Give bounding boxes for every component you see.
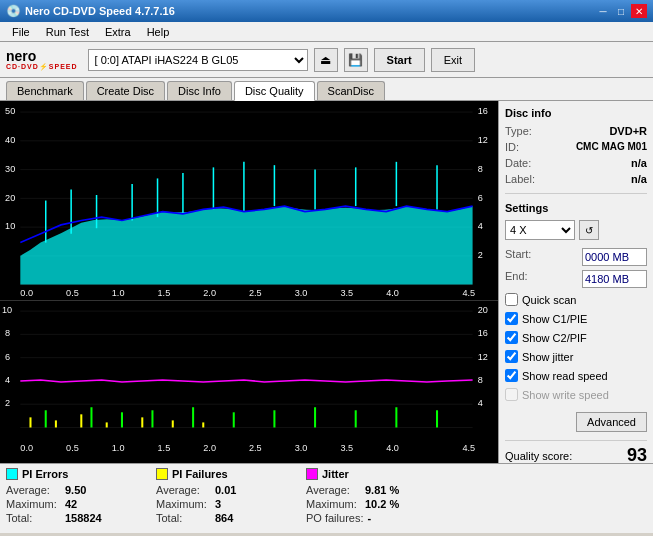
svg-text:16: 16 <box>478 105 488 116</box>
jitter-avg: Average: 9.81 % <box>306 484 436 496</box>
disc-id-row: ID: CMC MAG M01 <box>505 141 647 153</box>
close-button[interactable]: ✕ <box>631 4 647 18</box>
svg-text:0.0: 0.0 <box>20 286 33 297</box>
pi-failures-max-value: 3 <box>215 498 221 510</box>
menu-file[interactable]: File <box>4 24 38 40</box>
speed-row: 4 X 8 X 16 X Max ↺ <box>505 220 647 240</box>
exit-button[interactable]: Exit <box>431 48 475 72</box>
pi-failures-avg: Average: 0.01 <box>156 484 286 496</box>
show-jitter-checkbox[interactable] <box>505 350 518 363</box>
tab-scan-disc[interactable]: ScanDisc <box>317 81 385 100</box>
refresh-button[interactable]: ↺ <box>579 220 599 240</box>
show-write-speed-checkbox <box>505 388 518 401</box>
save-icon-button[interactable]: 💾 <box>344 48 368 72</box>
svg-text:6: 6 <box>5 352 10 362</box>
pi-failures-total: Total: 864 <box>156 512 286 524</box>
svg-text:1.0: 1.0 <box>112 286 125 297</box>
drive-selector[interactable]: [ 0:0] ATAPI iHAS224 B GL05 <box>88 49 308 71</box>
svg-text:20: 20 <box>478 305 488 315</box>
jitter-po: PO failures: - <box>306 512 436 524</box>
stats-bar: PI Errors Average: 9.50 Maximum: 42 Tota… <box>0 463 653 533</box>
pi-errors-header: PI Errors <box>6 468 136 480</box>
disc-type-label: Type: <box>505 125 532 137</box>
svg-text:3.0: 3.0 <box>295 443 308 453</box>
start-mb-field[interactable] <box>582 248 647 266</box>
disc-date-row: Date: n/a <box>505 157 647 169</box>
svg-text:10: 10 <box>5 220 15 231</box>
show-write-speed-row: Show write speed <box>505 388 647 401</box>
quick-scan-row: Quick scan <box>505 293 647 306</box>
pi-failures-stats: PI Failures Average: 0.01 Maximum: 3 Tot… <box>156 468 286 524</box>
svg-text:16: 16 <box>478 329 488 339</box>
tab-disc-info[interactable]: Disc Info <box>167 81 232 100</box>
settings-title: Settings <box>505 202 647 214</box>
svg-text:3.5: 3.5 <box>340 443 353 453</box>
svg-text:6: 6 <box>478 191 483 202</box>
tab-disc-quality[interactable]: Disc Quality <box>234 81 315 101</box>
disc-date-value: n/a <box>631 157 647 169</box>
pi-failures-color <box>156 468 168 480</box>
svg-text:1.5: 1.5 <box>158 443 171 453</box>
pi-failures-avg-label: Average: <box>156 484 211 496</box>
tabs-bar: Benchmark Create Disc Disc Info Disc Qua… <box>0 78 653 101</box>
svg-text:8: 8 <box>478 162 483 173</box>
jitter-po-value: - <box>367 512 371 524</box>
start-mb-label: Start: <box>505 248 531 266</box>
show-read-speed-checkbox[interactable] <box>505 369 518 382</box>
show-c2-row: Show C2/PIF <box>505 331 647 344</box>
right-panel: Disc info Type: DVD+R ID: CMC MAG M01 Da… <box>498 101 653 463</box>
disc-date-label: Date: <box>505 157 531 169</box>
svg-text:10: 10 <box>2 305 12 315</box>
pi-errors-avg-value: 9.50 <box>65 484 86 496</box>
pi-errors-avg-label: Average: <box>6 484 61 496</box>
start-button[interactable]: Start <box>374 48 425 72</box>
menu-bar: File Run Test Extra Help <box>0 22 653 42</box>
pi-errors-color <box>6 468 18 480</box>
svg-text:4.0: 4.0 <box>386 443 399 453</box>
pi-failures-avg-value: 0.01 <box>215 484 236 496</box>
tab-create-disc[interactable]: Create Disc <box>86 81 165 100</box>
svg-text:4.0: 4.0 <box>386 286 399 297</box>
jitter-max-label: Maximum: <box>306 498 361 510</box>
show-read-speed-label: Show read speed <box>522 370 608 382</box>
minimize-button[interactable]: ─ <box>595 4 611 18</box>
show-jitter-label: Show jitter <box>522 351 573 363</box>
svg-text:8: 8 <box>478 375 483 385</box>
menu-run-test[interactable]: Run Test <box>38 24 97 40</box>
svg-text:2.5: 2.5 <box>249 443 262 453</box>
maximize-button[interactable]: □ <box>613 4 629 18</box>
window-title: Nero CD-DVD Speed 4.7.7.16 <box>25 5 175 17</box>
nero-logo-top: nero <box>6 49 36 63</box>
pi-errors-total-value: 158824 <box>65 512 102 524</box>
jitter-stats: Jitter Average: 9.81 % Maximum: 10.2 % P… <box>306 468 436 524</box>
quick-scan-checkbox[interactable] <box>505 293 518 306</box>
svg-text:1.0: 1.0 <box>112 443 125 453</box>
end-mb-field[interactable] <box>582 270 647 288</box>
advanced-button[interactable]: Advanced <box>576 412 647 432</box>
window-controls: ─ □ ✕ <box>595 4 647 18</box>
pi-failures-header: PI Failures <box>156 468 286 480</box>
quality-score-label: Quality score: <box>505 450 572 462</box>
menu-help[interactable]: Help <box>139 24 178 40</box>
disc-info-title: Disc info <box>505 107 647 119</box>
show-c2-checkbox[interactable] <box>505 331 518 344</box>
end-mb-row: End: <box>505 270 647 288</box>
svg-text:12: 12 <box>478 134 488 145</box>
show-read-speed-row: Show read speed <box>505 369 647 382</box>
menu-extra[interactable]: Extra <box>97 24 139 40</box>
start-mb-row: Start: <box>505 248 647 266</box>
pi-errors-avg: Average: 9.50 <box>6 484 136 496</box>
toolbar: nero CD·DVD⚡SPEED [ 0:0] ATAPI iHAS224 B… <box>0 42 653 78</box>
show-c1-checkbox[interactable] <box>505 312 518 325</box>
speed-selector[interactable]: 4 X 8 X 16 X Max <box>505 220 575 240</box>
nero-logo-bottom: CD·DVD⚡SPEED <box>6 63 78 71</box>
disc-label-value: n/a <box>631 173 647 185</box>
svg-text:4.5: 4.5 <box>462 286 475 297</box>
svg-text:2.5: 2.5 <box>249 286 262 297</box>
tab-benchmark[interactable]: Benchmark <box>6 81 84 100</box>
svg-text:4.5: 4.5 <box>462 443 475 453</box>
eject-icon-button[interactable]: ⏏ <box>314 48 338 72</box>
pi-errors-max-label: Maximum: <box>6 498 61 510</box>
charts-area: 50 40 30 20 10 16 12 8 6 4 2 <box>0 101 498 463</box>
end-mb-label: End: <box>505 270 528 288</box>
